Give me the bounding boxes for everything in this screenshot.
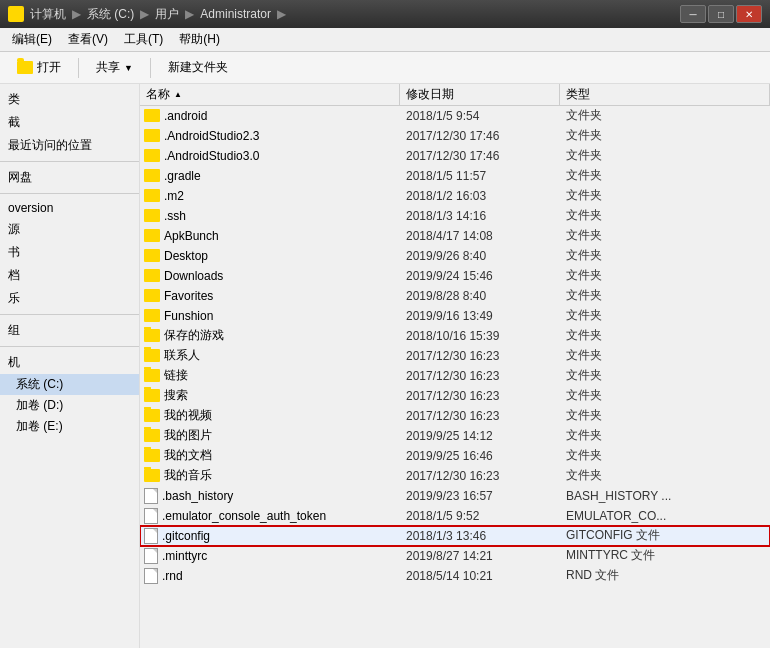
close-button[interactable]: ✕ [736,5,762,23]
file-name-cell: .bash_history [140,488,400,504]
toolbar-divider2 [150,58,151,78]
col-header-type[interactable]: 类型 [560,84,770,105]
file-row[interactable]: Desktop2019/9/26 8:40文件夹 [140,246,770,266]
file-row[interactable]: 我的视频2017/12/30 16:23文件夹 [140,406,770,426]
file-row[interactable]: Downloads2019/9/24 15:46文件夹 [140,266,770,286]
sidebar-item-music[interactable]: 乐 [0,287,139,310]
file-row[interactable]: .emulator_console_auth_token2018/1/5 9:5… [140,506,770,526]
breadcrumb: 计算机 ▶ 系统 (C:) ▶ 用户 ▶ Administrator ▶ [30,6,288,23]
file-name-cell: 搜索 [140,387,400,404]
breadcrumb-item[interactable]: 计算机 [30,6,66,23]
file-row[interactable]: .AndroidStudio3.02017/12/30 17:46文件夹 [140,146,770,166]
file-type-label: 文件夹 [560,447,770,464]
file-row[interactable]: 搜索2017/12/30 16:23文件夹 [140,386,770,406]
file-date-label: 2017/12/30 17:46 [400,129,560,143]
file-row[interactable]: Funshion2019/9/16 13:49文件夹 [140,306,770,326]
file-name-label: .ssh [164,209,396,223]
file-name-label: .AndroidStudio3.0 [164,149,396,163]
sidebar-item-netdisk[interactable]: 网盘 [0,166,139,189]
file-row[interactable]: .minttyrc2019/8/27 14:21MINTTYRC 文件 [140,546,770,566]
file-name-label: Desktop [164,249,396,263]
sidebar-item-book[interactable]: 书 [0,241,139,264]
file-row[interactable]: .bash_history2019/9/23 16:57BASH_HISTORY… [140,486,770,506]
file-name-label: 我的文档 [164,447,396,464]
file-row[interactable]: ApkBunch2018/4/17 14:08文件夹 [140,226,770,246]
file-row[interactable]: 我的文档2019/9/25 16:46文件夹 [140,446,770,466]
file-type-label: 文件夹 [560,347,770,364]
breadcrumb-item[interactable]: 用户 [155,6,179,23]
file-name-label: 搜索 [164,387,396,404]
file-date-label: 2019/8/27 14:21 [400,549,560,563]
toolbar-divider [78,58,79,78]
file-row[interactable]: .android2018/1/5 9:54文件夹 [140,106,770,126]
maximize-button[interactable]: □ [708,5,734,23]
file-row[interactable]: .ssh2018/1/3 14:16文件夹 [140,206,770,226]
share-button[interactable]: 共享 ▼ [87,55,142,80]
folder-icon [144,229,160,242]
folder-icon [144,289,160,302]
file-date-label: 2019/9/24 15:46 [400,269,560,283]
sidebar-item-1[interactable]: 类 [0,88,139,111]
folder-icon [144,129,160,142]
file-type-label: 文件夹 [560,407,770,424]
file-type-label: 文件夹 [560,147,770,164]
file-row[interactable]: 联系人2017/12/30 16:23文件夹 [140,346,770,366]
sidebar-item-c[interactable]: 系统 (C:) [0,374,139,395]
folder-icon [144,269,160,282]
file-type-label: 文件夹 [560,167,770,184]
file-date-label: 2019/9/25 14:12 [400,429,560,443]
file-name-label: Downloads [164,269,396,283]
menu-view[interactable]: 查看(V) [60,29,116,50]
file-name-label: ApkBunch [164,229,396,243]
sidebar-item-oversion[interactable]: oversion [0,198,139,218]
col-name-label: 名称 [146,86,170,103]
breadcrumb-item[interactable]: 系统 (C:) [87,6,134,23]
sidebar-divider-2 [0,193,139,194]
file-list: .android2018/1/5 9:54文件夹.AndroidStudio2.… [140,106,770,648]
sidebar-item-src[interactable]: 源 [0,218,139,241]
sidebar-divider-1 [0,161,139,162]
menu-tools[interactable]: 工具(T) [116,29,171,50]
sidebar-item-recent[interactable]: 最近访问的位置 [0,134,139,157]
file-name-cell: .gitconfig [140,528,400,544]
menu-edit[interactable]: 编辑(E) [4,29,60,50]
file-name-cell: Downloads [140,269,400,283]
file-icon [144,548,158,564]
menu-help[interactable]: 帮助(H) [171,29,228,50]
file-name-cell: Funshion [140,309,400,323]
file-date-label: 2018/1/2 16:03 [400,189,560,203]
menu-bar: 编辑(E) 查看(V) 工具(T) 帮助(H) [0,28,770,52]
sidebar-item-e[interactable]: 加卷 (E:) [0,416,139,437]
file-name-cell: 我的音乐 [140,467,400,484]
file-row[interactable]: Favorites2019/8/28 8:40文件夹 [140,286,770,306]
file-row[interactable]: .rnd2018/5/14 10:21RND 文件 [140,566,770,586]
file-row[interactable]: .gitconfig2018/1/3 13:46GITCONFIG 文件 [140,526,770,546]
file-row[interactable]: .AndroidStudio2.32017/12/30 17:46文件夹 [140,126,770,146]
new-folder-label: 新建文件夹 [168,59,228,76]
col-header-date[interactable]: 修改日期 [400,84,560,105]
open-button[interactable]: 打开 [8,55,70,80]
folder-icon [144,109,160,122]
file-row[interactable]: 我的图片2019/9/25 14:12文件夹 [140,426,770,446]
col-header-name[interactable]: 名称 ▲ [140,84,400,105]
file-name-cell: .gradle [140,169,400,183]
sidebar-item-machine[interactable]: 机 [0,351,139,374]
file-row[interactable]: 保存的游戏2018/10/16 15:39文件夹 [140,326,770,346]
sidebar-item-2[interactable]: 截 [0,111,139,134]
file-row[interactable]: .m22018/1/2 16:03文件夹 [140,186,770,206]
file-icon [144,528,158,544]
file-row[interactable]: 我的音乐2017/12/30 16:23文件夹 [140,466,770,486]
file-name-cell: .rnd [140,568,400,584]
file-row[interactable]: 链接2017/12/30 16:23文件夹 [140,366,770,386]
breadcrumb-item[interactable]: Administrator [200,7,271,21]
sidebar-item-group[interactable]: 组 [0,319,139,342]
file-type-label: 文件夹 [560,227,770,244]
folder-icon [144,369,160,382]
minimize-button[interactable]: ─ [680,5,706,23]
sidebar-item-doc[interactable]: 档 [0,264,139,287]
file-date-label: 2017/12/30 16:23 [400,369,560,383]
file-name-label: 链接 [164,367,396,384]
new-folder-button[interactable]: 新建文件夹 [159,55,237,80]
file-row[interactable]: .gradle2018/1/5 11:57文件夹 [140,166,770,186]
sidebar-item-d[interactable]: 加卷 (D:) [0,395,139,416]
